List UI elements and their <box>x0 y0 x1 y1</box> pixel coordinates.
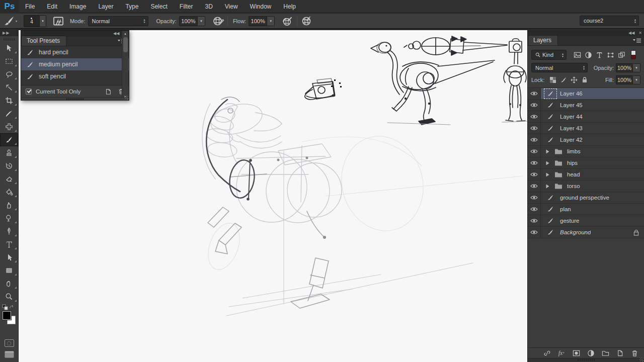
panel-drag-grip[interactable] <box>66 98 84 100</box>
panel-resize-grip[interactable] <box>124 96 128 100</box>
layer-row-gesture[interactable]: gesture <box>528 215 644 227</box>
tool-rectangular-marquee[interactable] <box>0 55 18 68</box>
layer-fill-value[interactable]: 100% <box>616 75 633 84</box>
lock-transparent-pixels-icon[interactable] <box>547 75 558 84</box>
tab-tool-presets[interactable]: Tool Presets <box>21 36 66 46</box>
tool-preset-soft-pencil[interactable]: soft pencil <box>21 70 129 82</box>
layer-blend-mode-select[interactable]: Normal ▲▼ <box>531 63 588 72</box>
pixel-layer-filter-icon[interactable] <box>572 50 583 60</box>
layer-thumbnail[interactable] <box>545 136 556 144</box>
layer-row-body[interactable]: Layer 45 <box>541 100 644 111</box>
current-tool-only-checkbox[interactable] <box>26 88 32 95</box>
visibility-toggle-icon[interactable] <box>528 146 541 157</box>
opacity-value[interactable]: 100% <box>179 16 198 26</box>
swap-colors-icon[interactable] <box>2 304 15 310</box>
lock-position-icon[interactable] <box>569 75 579 84</box>
visibility-toggle-icon[interactable] <box>528 88 541 99</box>
layer-name[interactable]: ground perspective <box>560 195 609 201</box>
layer-row-limbs[interactable]: limbs <box>528 146 644 157</box>
toolbar-collapse-icon[interactable]: ▶▶ <box>0 30 18 36</box>
layer-row-body[interactable]: torso <box>541 180 644 192</box>
layer-row-ground-perspective[interactable]: ground perspective <box>528 192 644 204</box>
menu-item-filter[interactable]: Filter <box>174 0 199 13</box>
layer-row-body[interactable]: hips <box>541 157 644 168</box>
layer-name[interactable]: hips <box>567 160 578 166</box>
collapse-panel-icon[interactable]: ◀◀ <box>628 31 634 36</box>
layer-row-plan[interactable]: plan <box>528 204 644 215</box>
tool-lasso[interactable] <box>0 68 18 81</box>
adjustment-layer-filter-icon[interactable] <box>583 50 594 60</box>
tool-pen[interactable] <box>0 225 18 238</box>
layer-row-body[interactable]: Layer 46 <box>541 88 644 99</box>
tool-smudge[interactable] <box>0 199 18 212</box>
tool-rectangle[interactable] <box>0 264 18 277</box>
layer-name[interactable]: gesture <box>560 218 579 224</box>
lock-all-icon[interactable] <box>579 75 590 84</box>
tool-eyedropper[interactable] <box>0 107 18 120</box>
layer-row-layer-43[interactable]: Layer 43 <box>528 123 644 134</box>
tool-quick-selection[interactable] <box>0 81 18 94</box>
group-expander-icon[interactable] <box>545 149 550 154</box>
new-layer-icon[interactable] <box>615 349 624 357</box>
tool-brush[interactable] <box>0 133 18 146</box>
panel-resize-grip[interactable] <box>639 357 643 361</box>
brush-preset-arrow-icon[interactable]: ▼ <box>15 20 18 22</box>
layer-row-body[interactable]: limbs <box>541 146 644 157</box>
layer-name[interactable]: Layer 43 <box>560 125 583 131</box>
flow-value[interactable]: 100% <box>249 16 267 26</box>
foreground-color-swatch[interactable] <box>3 311 11 320</box>
shape-layer-filter-icon[interactable] <box>605 50 616 60</box>
delete-layer-icon[interactable] <box>630 349 639 357</box>
menu-item-view[interactable]: View <box>219 0 244 13</box>
blend-mode-select[interactable]: Normal ▲▼ <box>88 16 148 26</box>
tool-dodge[interactable] <box>0 212 18 225</box>
layer-name[interactable]: torso <box>567 183 580 189</box>
layer-row-layer-46[interactable]: Layer 46 <box>528 88 644 100</box>
layer-thumbnail[interactable] <box>545 124 556 133</box>
layer-fill-arrow[interactable]: ▼ <box>633 75 640 84</box>
new-tool-preset-icon[interactable] <box>104 87 113 96</box>
panel-menu-icon[interactable] <box>633 38 641 43</box>
layer-name[interactable]: plan <box>560 206 571 212</box>
layer-row-torso[interactable]: torso <box>528 180 644 192</box>
layer-row-hips[interactable]: hips <box>528 157 644 169</box>
panel-drag-grip[interactable] <box>578 359 595 361</box>
visibility-toggle-icon[interactable] <box>528 204 541 215</box>
menu-item-file[interactable]: File <box>19 0 41 13</box>
scrollbar-thumb[interactable] <box>123 37 128 52</box>
workspace-select[interactable]: course2 ▲▼ <box>580 16 639 26</box>
tool-preset-hard-pencil[interactable]: hard pencil <box>21 46 129 58</box>
opacity-dropdown-arrow[interactable]: ▼ <box>198 16 205 26</box>
flow-dropdown-arrow[interactable]: ▼ <box>267 16 275 26</box>
layer-opacity-value[interactable]: 100% <box>616 63 633 72</box>
layer-thumbnail[interactable] <box>545 89 556 98</box>
menu-item-3d[interactable]: 3D <box>199 0 218 13</box>
brush-size-dropdown-arrow[interactable]: ▼ <box>40 15 46 27</box>
layer-row-body[interactable]: Background <box>541 227 644 238</box>
visibility-toggle-icon[interactable] <box>528 192 541 203</box>
visibility-toggle-icon[interactable] <box>528 215 541 226</box>
menu-item-select[interactable]: Select <box>144 0 173 13</box>
layer-thumbnail[interactable] <box>545 205 556 214</box>
group-expander-icon[interactable] <box>545 172 550 177</box>
lock-image-pixels-icon[interactable] <box>558 75 569 84</box>
smart-object-filter-icon[interactable] <box>616 50 627 60</box>
layer-name[interactable]: Layer 42 <box>560 137 583 143</box>
tab-layers[interactable]: Layers <box>528 35 558 45</box>
tool-history-brush[interactable] <box>0 159 18 172</box>
layer-row-layer-45[interactable]: Layer 45 <box>528 100 644 111</box>
airbrush-icon[interactable] <box>282 16 294 27</box>
layer-thumbnail[interactable] <box>545 194 556 202</box>
layer-row-body[interactable]: gesture <box>541 215 644 226</box>
visibility-toggle-icon[interactable] <box>528 157 541 168</box>
menu-item-layer[interactable]: Layer <box>92 0 119 13</box>
layer-row-body[interactable]: Layer 43 <box>541 123 644 134</box>
visibility-toggle-icon[interactable] <box>528 100 541 111</box>
layer-row-body[interactable]: Layer 44 <box>541 111 644 122</box>
layer-row-body[interactable]: plan <box>541 204 644 215</box>
layer-thumbnail[interactable] <box>545 101 556 110</box>
visibility-toggle-icon[interactable] <box>528 169 541 180</box>
brush-preset-picker-icon[interactable] <box>3 16 15 27</box>
menu-item-window[interactable]: Window <box>244 0 278 13</box>
layer-name[interactable]: Layer 44 <box>560 114 583 120</box>
